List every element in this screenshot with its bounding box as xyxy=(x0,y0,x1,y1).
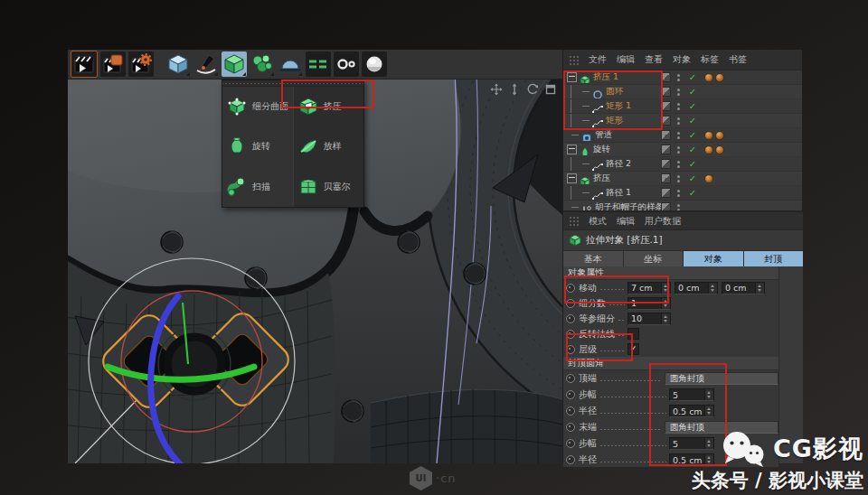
pen-spline-button[interactable] xyxy=(193,51,219,77)
render-picture-viewer-button[interactable] xyxy=(100,51,126,77)
stepper[interactable] xyxy=(661,313,670,324)
tree-item-label[interactable]: 路径 2 xyxy=(606,158,631,170)
keyframe-radio[interactable] xyxy=(566,455,575,464)
am-menu-userdata[interactable]: 用户数据 xyxy=(645,215,681,228)
om-menu-file[interactable]: 文件 xyxy=(589,53,607,66)
visibility-dots[interactable] xyxy=(677,132,681,139)
panel-grip-icon[interactable] xyxy=(569,55,579,65)
menu-item-bezier[interactable]: 贝塞尔 xyxy=(294,167,364,207)
symmetry-button[interactable] xyxy=(334,51,359,77)
expand-toggle[interactable] xyxy=(567,145,577,154)
move-y-field[interactable]: 0 cm xyxy=(675,282,718,294)
tree-item-label[interactable]: 管道 xyxy=(595,129,612,141)
move-z-field[interactable]: 0 cm xyxy=(722,282,765,294)
environment-dome-button[interactable] xyxy=(278,51,303,77)
keyframe-radio[interactable] xyxy=(566,439,575,448)
tree-item-label[interactable]: 旋转 xyxy=(593,144,610,155)
enable-check[interactable]: ✓ xyxy=(686,86,699,98)
enable-check[interactable]: ✓ xyxy=(686,100,699,113)
tree-item-label[interactable]: 路径 1 xyxy=(606,187,631,199)
pan-icon[interactable] xyxy=(490,82,503,95)
floor-object-button[interactable] xyxy=(306,51,331,77)
tag-icon[interactable] xyxy=(704,174,713,183)
tree-row[interactable]: 路径 1 ✓ xyxy=(563,186,802,201)
expand-toggle[interactable] xyxy=(567,173,577,183)
pedestal-model[interactable] xyxy=(371,389,562,463)
visibility-dots[interactable] xyxy=(677,117,681,125)
tab-object[interactable]: 对象 xyxy=(684,251,743,266)
toggle-view-icon[interactable] xyxy=(544,82,557,95)
tree-row[interactable]: 路径 2 ✓ xyxy=(563,157,802,172)
modeling-objects-button[interactable] xyxy=(250,51,275,77)
keyframe-radio[interactable] xyxy=(566,374,575,383)
tag-icon[interactable] xyxy=(715,145,724,154)
om-menu-bookmarks[interactable]: 书签 xyxy=(729,53,747,66)
visibility-dots[interactable] xyxy=(677,161,681,168)
keyframe-radio[interactable] xyxy=(566,423,575,432)
enable-check[interactable]: ✓ xyxy=(686,129,699,142)
menu-item-loft[interactable]: 放样 xyxy=(294,126,364,166)
attribute-object-title: 拉伸对象 [挤压.1] xyxy=(563,230,803,251)
visibility-dots[interactable] xyxy=(677,103,681,110)
visibility-dots[interactable] xyxy=(677,74,681,81)
object-tags[interactable] xyxy=(704,174,713,183)
tree-row[interactable]: 旋转 ✓ xyxy=(563,143,802,157)
tree-row[interactable]: 管道 ✓ xyxy=(563,128,802,143)
layer-toggle[interactable] xyxy=(661,130,671,140)
om-menu-view[interactable]: 查看 xyxy=(645,53,663,66)
om-menu-objects[interactable]: 对象 xyxy=(673,53,691,66)
object-tags[interactable] xyxy=(704,73,724,82)
tab-basic[interactable]: 基本 xyxy=(563,251,623,266)
tab-caps[interactable]: 封顶 xyxy=(744,251,804,266)
tree-item-label[interactable]: 挤压 xyxy=(593,173,610,184)
tag-icon[interactable] xyxy=(715,73,724,82)
generators-button[interactable] xyxy=(222,51,247,77)
add-cube-button[interactable] xyxy=(165,51,191,77)
object-tags[interactable] xyxy=(704,145,724,154)
am-menu-mode[interactable]: 模式 xyxy=(589,215,607,228)
iso-subdivision-field[interactable]: 10 xyxy=(627,313,671,325)
brand-subtitle: 头条号 / 影视小课堂 xyxy=(692,468,863,493)
subdivision-surface-icon xyxy=(227,97,247,117)
tab-coordinates[interactable]: 坐标 xyxy=(624,251,684,266)
visibility-dots[interactable] xyxy=(677,89,681,96)
enable-check[interactable]: ✓ xyxy=(686,173,699,185)
tag-icon[interactable] xyxy=(704,145,713,154)
layer-toggle[interactable] xyxy=(661,173,671,183)
menu-item-sweep[interactable]: 扫描 xyxy=(222,167,293,207)
enable-check[interactable]: ✓ xyxy=(686,187,699,200)
render-settings-button[interactable] xyxy=(128,51,154,77)
enable-check[interactable]: ✓ xyxy=(686,71,699,84)
layer-toggle[interactable] xyxy=(661,188,671,198)
menu-item-lathe[interactable]: 旋转 xyxy=(222,126,293,166)
zoom-icon[interactable] xyxy=(508,82,521,95)
enable-check[interactable]: ✓ xyxy=(686,115,699,127)
panel-grip-icon[interactable] xyxy=(569,216,579,226)
rotate-icon[interactable] xyxy=(526,82,539,95)
volume-sphere-button[interactable] xyxy=(362,51,387,77)
keyframe-radio[interactable] xyxy=(566,314,575,323)
tag-icon[interactable] xyxy=(715,131,724,140)
om-menu-edit[interactable]: 编辑 xyxy=(617,53,635,66)
visibility-dots[interactable] xyxy=(677,190,681,197)
object-tags[interactable] xyxy=(704,131,724,140)
clapperboard-icon xyxy=(73,53,95,75)
enable-check[interactable]: ✓ xyxy=(686,158,699,171)
tree-row[interactable]: 挤压 ✓ xyxy=(563,172,802,186)
visibility-dots[interactable] xyxy=(677,175,681,182)
keyframe-radio[interactable] xyxy=(566,390,575,399)
om-menu-tags[interactable]: 标签 xyxy=(701,53,719,66)
tag-icon[interactable] xyxy=(704,131,713,140)
layer-toggle[interactable] xyxy=(661,159,671,169)
keyframe-radio[interactable] xyxy=(566,406,575,416)
blue-cube-icon xyxy=(166,52,190,76)
am-menu-edit[interactable]: 编辑 xyxy=(617,215,635,228)
render-view-button[interactable] xyxy=(71,51,98,78)
stepper[interactable] xyxy=(755,283,764,294)
visibility-dots[interactable] xyxy=(677,146,681,154)
clapperboard-gear-icon xyxy=(130,53,152,75)
layer-toggle[interactable] xyxy=(661,145,671,154)
stepper[interactable] xyxy=(708,283,717,294)
tag-icon[interactable] xyxy=(704,73,713,82)
enable-check[interactable]: ✓ xyxy=(686,144,699,156)
